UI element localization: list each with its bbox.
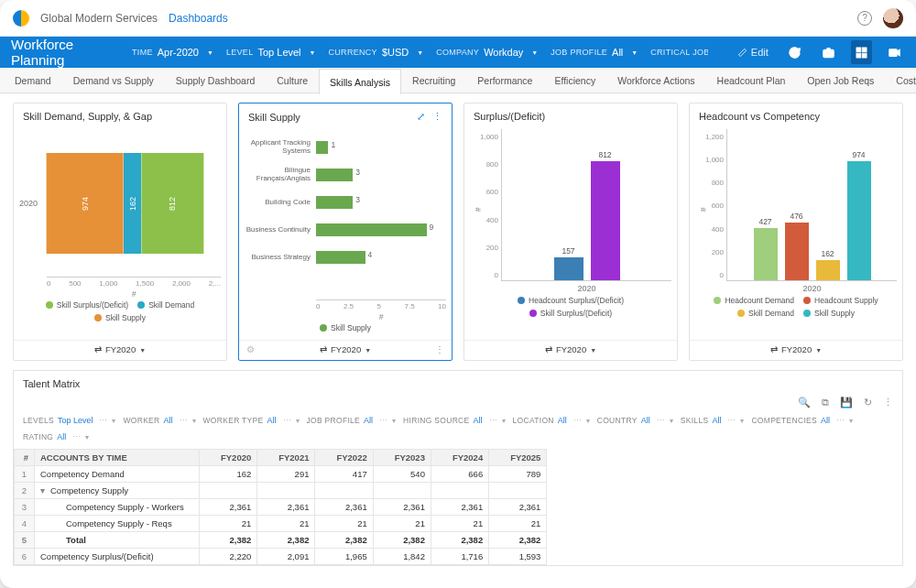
workday-logo[interactable] <box>13 10 29 27</box>
card-footer-filter[interactable]: FY2020 <box>331 344 371 354</box>
kebab-icon[interactable]: ⋮ <box>435 344 444 354</box>
filter-icon[interactable]: ⇄ <box>94 344 102 354</box>
x-axis-label: # <box>316 312 446 321</box>
svg-rect-5 <box>862 53 867 58</box>
refresh-icon[interactable] <box>785 40 805 64</box>
tab-open-job-reqs[interactable]: Open Job Reqs <box>796 68 885 93</box>
legend-item[interactable]: Skill Supply <box>94 313 146 322</box>
matrix-filter-worker-type[interactable]: WORKER TYPEAll⋯ <box>203 416 300 425</box>
tab-recruiting[interactable]: Recruiting <box>401 68 466 93</box>
matrix-filter-rating[interactable]: RATINGAll⋯ <box>23 432 89 441</box>
bar[interactable]: 427 <box>754 228 778 280</box>
matrix-table: #ACCOUNTS BY TIMEFY2020FY2021FY2022FY202… <box>14 449 902 565</box>
tab-skills-analysis[interactable]: Skills Analysis <box>319 69 401 94</box>
tab-workforce-actions[interactable]: Workforce Actions <box>606 68 705 93</box>
help-icon[interactable]: ? <box>857 11 872 26</box>
stacked-segment[interactable]: 812 <box>141 153 203 254</box>
legend-item[interactable]: Skill Supply <box>320 323 371 332</box>
matrix-title: Talent Matrix <box>14 371 902 397</box>
legend-item[interactable]: Skill Demand <box>737 309 794 318</box>
table-row[interactable]: 5Total2,3822,3822,3822,3822,3822,382 <box>15 532 902 549</box>
tab-demand[interactable]: Demand <box>4 68 62 93</box>
org-name: Global Modern Services <box>40 12 158 25</box>
filter-level[interactable]: LEVELTop Level <box>226 47 316 58</box>
card-title: Headcount vs Competency <box>699 111 820 122</box>
bar[interactable]: 974 <box>847 161 871 280</box>
stacked-segment[interactable]: 974 <box>47 153 124 254</box>
hbar-row[interactable]: Building Code3 <box>245 189 439 216</box>
matrix-filter-location[interactable]: LOCATIONAll⋯ <box>513 416 590 425</box>
table-row[interactable]: 3Competency Supply - Workers2,3612,3612,… <box>15 499 902 516</box>
x-axis-label: # <box>47 289 221 299</box>
legend-item[interactable]: Skill Surplus/(Deficit) <box>46 300 128 310</box>
svg-rect-4 <box>856 53 861 58</box>
bar[interactable]: 162 <box>816 260 840 280</box>
filter-icon[interactable]: ⇄ <box>770 344 778 354</box>
filter-currency[interactable]: CURRENCY$USD <box>329 47 424 58</box>
legend-item[interactable]: Skill Demand <box>137 300 194 310</box>
refresh-icon[interactable]: ↻ <box>864 397 872 408</box>
matrix-filter-skills[interactable]: SKILLSAll⋯ <box>681 416 745 425</box>
copy-icon[interactable]: ⧉ <box>822 397 829 408</box>
search-icon[interactable]: 🔍 <box>798 397 811 408</box>
table-row[interactable]: 2▾Competency Supply <box>15 483 902 499</box>
y-category: 2020 <box>19 199 47 208</box>
tab-culture[interactable]: Culture <box>266 68 319 93</box>
table-row[interactable]: 4Competency Supply - Reqs212121212121 <box>15 516 902 532</box>
tab-cost-of-worker[interactable]: Cost of Worker <box>885 68 916 93</box>
y-axis-label: # <box>699 207 708 212</box>
kebab-icon[interactable]: ⋮ <box>883 397 893 408</box>
tab-efficiency[interactable]: Efficiency <box>543 68 606 93</box>
hbar-row[interactable]: Business Continuity9 <box>245 216 439 244</box>
filter-icon[interactable]: ⇄ <box>320 344 327 354</box>
tab-bar: DemandDemand vs SupplySupply DashboardCu… <box>0 68 916 93</box>
present-icon[interactable] <box>885 40 905 64</box>
table-row[interactable]: 6Competency Surplus/(Deficit)2,2202,0911… <box>15 549 902 565</box>
legend-item[interactable]: Headcount Supply <box>803 296 878 305</box>
filter-time[interactable]: TIMEApr-2020 <box>132 47 213 58</box>
matrix-filter-job-profile[interactable]: JOB PROFILEAll⋯ <box>307 416 397 425</box>
tab-supply-dashboard[interactable]: Supply Dashboard <box>165 68 266 93</box>
filter-critical-job[interactable]: CRITICAL JOBAll <box>650 47 708 58</box>
save-icon[interactable]: 💾 <box>840 397 853 408</box>
edit-button[interactable]: Edit <box>734 47 772 58</box>
matrix-filter-competencies[interactable]: COMPETENCIESAll⋯ <box>751 416 853 425</box>
tab-performance[interactable]: Performance <box>466 68 543 93</box>
svg-point-1 <box>826 51 830 55</box>
bar[interactable]: 812 <box>591 161 620 280</box>
card-footer-filter[interactable]: FY2020 <box>781 344 822 354</box>
card-skill-supply: Skill Supply ⤢ ⋮ Applicant Tracking Syst… <box>238 103 453 361</box>
matrix-filter-worker[interactable]: WORKERAll⋯ <box>123 416 195 425</box>
svg-rect-2 <box>856 47 861 51</box>
hbar-row[interactable]: Business Strategy4 <box>245 244 439 271</box>
card-surplus-deficit: Surplus/(Deficit) 1,0008006004002000 # 1… <box>463 103 678 361</box>
settings-gear-icon[interactable]: ⚙ <box>246 344 255 354</box>
bar[interactable]: 476 <box>785 223 809 280</box>
legend-item[interactable]: Headcount Surplus/(Deficit) <box>518 296 624 305</box>
card-footer-filter[interactable]: FY2020 <box>556 344 596 354</box>
kebab-icon[interactable]: ⋮ <box>432 111 442 123</box>
matrix-filter-country[interactable]: COUNTRYAll⋯ <box>597 416 673 425</box>
legend-item[interactable]: Skill Supply <box>803 309 855 318</box>
expand-icon[interactable]: ⤢ <box>417 111 425 123</box>
filter-job-profile[interactable]: JOB PROFILEAll <box>551 47 638 58</box>
grid-view-icon[interactable] <box>851 40 871 64</box>
hbar-row[interactable]: Applicant Tracking Systems1 <box>245 134 439 161</box>
matrix-filter-hiring-source[interactable]: HIRING SOURCEAll⋯ <box>403 416 505 425</box>
camera-icon[interactable] <box>818 40 838 64</box>
legend-item[interactable]: Headcount Demand <box>714 296 794 305</box>
table-row[interactable]: 1Competency Demand162291417540666789 <box>15 466 902 483</box>
filter-company[interactable]: COMPANYWorkday <box>436 47 538 58</box>
breadcrumb-dashboards[interactable]: Dashboards <box>169 12 228 25</box>
avatar[interactable] <box>883 8 903 28</box>
tab-headcount-plan[interactable]: Headcount Plan <box>706 68 797 93</box>
x-category: 2020 <box>727 284 897 293</box>
legend-item[interactable]: Skill Surplus/(Deficit) <box>529 309 612 318</box>
filter-icon[interactable]: ⇄ <box>545 344 552 354</box>
stacked-segment[interactable]: 162 <box>124 153 141 254</box>
hbar-row[interactable]: Bilingue Français/Anglais3 <box>245 161 439 189</box>
matrix-filter-levels[interactable]: LEVELSTop Level⋯ <box>23 416 115 425</box>
bar[interactable]: 157 <box>554 257 583 280</box>
tab-demand-vs-supply[interactable]: Demand vs Supply <box>62 68 165 93</box>
card-footer-filter[interactable]: FY2020 <box>105 344 146 354</box>
